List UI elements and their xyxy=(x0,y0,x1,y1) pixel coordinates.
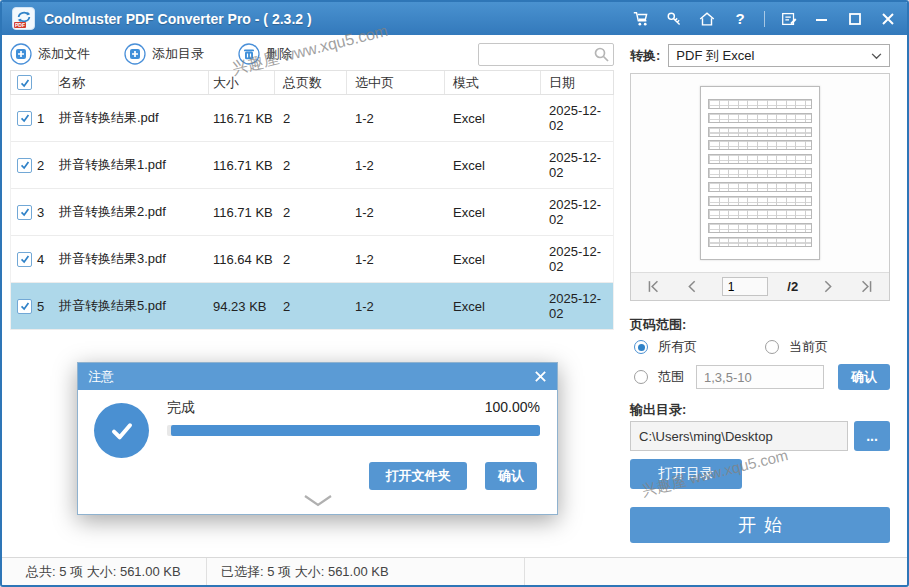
header-size[interactable]: 大小 xyxy=(209,71,275,94)
range-label[interactable]: 范围 xyxy=(658,368,684,386)
open-folder-button[interactable]: 打开文件夹 xyxy=(369,462,467,490)
all-pages-radio[interactable] xyxy=(634,340,648,354)
titlebar: PDF Coolmuster PDF Converter Pro - ( 2.3… xyxy=(2,2,907,35)
titlebar-separator xyxy=(764,11,765,27)
table-row[interactable]: 2 拼音转换结果1.pdf 116.71 KB 2 1-2 Excel 2025… xyxy=(11,142,613,189)
search-icon[interactable] xyxy=(593,46,610,67)
toolbar: 添加文件 添加目录 删除 xyxy=(10,40,614,68)
file-total-pages: 2 xyxy=(275,158,347,173)
file-name: 拼音转换结果3.pdf xyxy=(59,250,209,268)
app-window: PDF Coolmuster PDF Converter Pro - ( 2.3… xyxy=(0,0,909,587)
status-total: 总共: 5 项 大小: 561.00 KB xyxy=(2,558,207,585)
all-pages-label[interactable]: 所有页 xyxy=(658,338,697,356)
thumbnail-grid-row xyxy=(708,154,812,164)
preview-thumbnail[interactable] xyxy=(700,86,820,260)
row-index: 1 xyxy=(37,111,59,126)
thumbnail-grid-row xyxy=(708,196,812,206)
first-page-button[interactable] xyxy=(643,278,663,296)
success-check-icon xyxy=(94,403,149,458)
row-checkbox[interactable] xyxy=(17,205,32,220)
add-folder-label: 添加目录 xyxy=(152,45,204,63)
file-size: 116.71 KB xyxy=(209,111,275,126)
prev-page-button[interactable] xyxy=(682,278,702,296)
row-checkbox[interactable] xyxy=(17,111,32,126)
last-page-button[interactable] xyxy=(857,278,877,296)
row-index: 5 xyxy=(37,299,59,314)
browse-button[interactable]: ... xyxy=(854,421,890,451)
home-icon[interactable] xyxy=(698,10,716,28)
cart-icon[interactable] xyxy=(632,10,650,28)
window-title: Coolmuster PDF Converter Pro - ( 2.3.2 ) xyxy=(44,11,312,27)
thumbnail-grid-row xyxy=(708,113,812,123)
help-icon[interactable]: ? xyxy=(731,10,749,28)
file-mode: Excel xyxy=(445,205,541,220)
range-input[interactable] xyxy=(696,365,824,389)
table-row-selected[interactable]: 5 拼音转换结果5.pdf 94.23 KB 2 1-2 Excel 2025-… xyxy=(11,283,613,330)
header-total-pages[interactable]: 总页数 xyxy=(275,71,347,94)
row-checkbox[interactable] xyxy=(17,299,32,314)
current-page-radio[interactable] xyxy=(765,340,779,354)
open-dir-button[interactable]: 打开目录 xyxy=(630,459,742,489)
add-file-label: 添加文件 xyxy=(38,45,90,63)
file-name: 拼音转换结果.pdf xyxy=(59,109,209,127)
current-page-label[interactable]: 当前页 xyxy=(789,338,828,356)
expand-details-chevron-icon[interactable] xyxy=(303,493,333,511)
file-total-pages: 2 xyxy=(275,299,347,314)
output-path-field[interactable]: C:\Users\ming\Desktop xyxy=(630,421,848,451)
table-header: 名称 大小 总页数 选中页 模式 日期 xyxy=(10,70,614,95)
thumbnail-grid-row xyxy=(708,237,812,247)
file-selected-pages: 1-2 xyxy=(347,299,445,314)
file-total-pages: 2 xyxy=(275,111,347,126)
start-button[interactable]: 开始 xyxy=(630,507,890,543)
table-row[interactable]: 3 拼音转换结果2.pdf 116.71 KB 2 1-2 Excel 2025… xyxy=(11,189,613,236)
file-name: 拼音转换结果1.pdf xyxy=(59,156,209,174)
header-date[interactable]: 日期 xyxy=(541,71,613,94)
header-name[interactable]: 名称 xyxy=(59,71,209,94)
header-mode[interactable]: 模式 xyxy=(445,71,541,94)
range-confirm-button[interactable]: 确认 xyxy=(838,364,890,390)
row-index: 2 xyxy=(37,158,59,173)
table-row[interactable]: 1 拼音转换结果.pdf 116.71 KB 2 1-2 Excel 2025-… xyxy=(11,95,613,142)
preview-area: /2 xyxy=(630,73,890,301)
select-all-checkbox[interactable] xyxy=(17,75,32,90)
minimize-button[interactable] xyxy=(813,10,831,28)
delete-button[interactable]: 删除 xyxy=(238,43,292,65)
file-selected-pages: 1-2 xyxy=(347,252,445,267)
file-size: 116.71 KB xyxy=(209,205,275,220)
row-index: 4 xyxy=(37,252,59,267)
file-selected-pages: 1-2 xyxy=(347,111,445,126)
dialog-close-icon[interactable] xyxy=(534,370,547,383)
convert-select[interactable]: PDF 到 Excel xyxy=(668,44,890,67)
table-row[interactable]: 4 拼音转换结果3.pdf 116.64 KB 2 1-2 Excel 2025… xyxy=(11,236,613,283)
convert-label: 转换: xyxy=(630,47,660,65)
thumbnail-grid-row xyxy=(708,99,812,109)
file-mode: Excel xyxy=(445,252,541,267)
add-folder-button[interactable]: 添加目录 xyxy=(124,43,204,65)
output-path-row: C:\Users\ming\Desktop ... xyxy=(630,421,890,451)
next-page-button[interactable] xyxy=(818,278,838,296)
row-index: 3 xyxy=(37,205,59,220)
header-selected-pages[interactable]: 选中页 xyxy=(347,71,445,94)
dialog-title: 注意 xyxy=(88,368,114,386)
register-key-icon[interactable] xyxy=(665,10,683,28)
row-checkbox[interactable] xyxy=(17,252,32,267)
page-number-input[interactable] xyxy=(722,277,768,296)
file-mode: Excel xyxy=(445,299,541,314)
dialog-confirm-button[interactable]: 确认 xyxy=(485,462,537,490)
row-checkbox[interactable] xyxy=(17,158,32,173)
file-date: 2025-12-02 xyxy=(541,103,613,133)
range-radio[interactable] xyxy=(634,370,648,384)
feedback-icon[interactable] xyxy=(780,10,798,28)
close-button[interactable] xyxy=(879,10,897,28)
progress-bar-fill xyxy=(171,425,540,436)
add-file-button[interactable]: 添加文件 xyxy=(10,43,90,65)
thumbnail-grid-row xyxy=(708,209,812,219)
status-bar: 总共: 5 项 大小: 561.00 KB 已选择: 5 项 大小: 561.0… xyxy=(2,557,907,585)
file-total-pages: 2 xyxy=(275,205,347,220)
maximize-button[interactable] xyxy=(846,10,864,28)
app-logo-icon: PDF xyxy=(12,7,35,30)
page-range-label: 页码范围: xyxy=(630,316,686,334)
file-table: 名称 大小 总页数 选中页 模式 日期 1 拼音转换结果.pdf 116.71 … xyxy=(10,70,614,330)
progress-bar xyxy=(167,425,540,436)
file-total-pages: 2 xyxy=(275,252,347,267)
